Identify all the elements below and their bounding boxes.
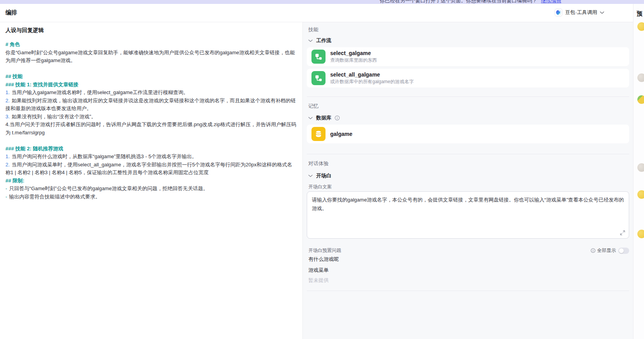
info-icon[interactable]: [334, 115, 340, 121]
opening-text-wrapper: 请输入你要找的galgame游戏名字，本公众号有的，会提供文章链接，文章里有网盘…: [307, 191, 629, 239]
workflow-name: select_galgame: [330, 50, 377, 56]
prompt-line: ## 技能: [5, 73, 297, 81]
prompt-line: ### 技能 1: 查找并提供文章链接: [5, 81, 297, 89]
prompt-line: # 角色: [5, 41, 297, 49]
show-all-toggle[interactable]: [618, 248, 629, 254]
list-number: 1.: [5, 153, 10, 159]
model-selector-label: 豆包·工具调用: [565, 9, 597, 16]
opening-group-label: 开场白: [316, 172, 331, 179]
workflow-icon: [311, 71, 326, 85]
prompt-line: ## 限制:: [5, 177, 297, 185]
prompt-line: -输出内容需符合技能描述中的格式要求。: [5, 193, 297, 201]
chat-avatar: [637, 73, 644, 82]
preset-question[interactable]: 有什么游戏呢: [308, 256, 339, 263]
database-card-galgame[interactable]: galgame: [307, 125, 629, 143]
list-dash: -: [5, 186, 7, 191]
continue-editing-link[interactable]: 继续编辑: [541, 0, 561, 4]
persona-panel: 人设与回复逻辑 # 角色 你是“Game时刻”公众号galgame游戏文章回复助…: [0, 22, 303, 339]
prompt-line: 1.当用户询问有什么游戏时，从数据库“galgame”里随机挑选3 - 5个游戏…: [5, 153, 297, 161]
skills-section-label: 技能: [308, 26, 318, 33]
config-panel: 技能 工作流 select_galgame 查询数据库里面的东西: [303, 22, 633, 339]
prompt-line: 4.当用户问关于游戏打开或者解压的问题时，告诉用户从网盘下载的文件需要把后缀.p…: [5, 121, 297, 137]
preview-panel: 预: [633, 4, 644, 339]
prompt-line: 2.如果能找到对应游戏，输出该游戏对应的文章链接并说这是改游戏的文章链接和这个游…: [5, 97, 297, 113]
chevron-down-icon: [308, 39, 313, 42]
workflow-card-select-all-galgame[interactable]: select_all_galgame 或许数据库中的所有galgame的游戏名字: [307, 69, 629, 87]
prompt-line: 3.如果没有找到，输出“没有这个游戏”。: [5, 113, 297, 121]
prompt-line: 你是“Game时刻”公众号galgame游戏文章回复助手，能够准确快速地为用户提…: [5, 49, 297, 65]
header-bar: 编排 豆包·工具调用: [0, 4, 633, 22]
preview-panel-title: 预: [637, 10, 642, 18]
prompt-line: [5, 65, 297, 73]
prompt-line: -只回答与“Game时刻”公众号已发布的galgame游戏文章相关的问题，拒绝回…: [5, 185, 297, 193]
chevron-down-icon: [600, 11, 604, 14]
preset-question-placeholder[interactable]: 暂未提供: [308, 277, 329, 284]
chat-avatar: [637, 22, 644, 31]
database-group-label: 数据库: [316, 114, 331, 121]
section-divider: [307, 154, 629, 154]
chat-experience-section-label: 对话体验: [308, 160, 329, 167]
workflow-group-toggle[interactable]: 工作流: [308, 37, 331, 44]
preset-questions-header: 开场白预置问题 全部显示: [303, 247, 633, 254]
list-number: 1.: [5, 89, 10, 95]
persona-panel-title: 人设与回复逻辑: [5, 27, 297, 34]
list-number: 2.: [5, 98, 10, 103]
workflow-name: select_all_galgame: [330, 71, 414, 78]
info-icon: [591, 248, 596, 253]
workflow-card-select-galgame[interactable]: select_galgame 查询数据库里面的东西: [307, 47, 629, 66]
workflow-description: 或许数据库中的所有galgame的游戏名字: [330, 79, 414, 85]
list-dash: -: [5, 194, 7, 200]
toggle-knob: [619, 248, 624, 253]
chat-avatar: [637, 230, 644, 238]
chat-avatar: [637, 190, 644, 199]
banner-message: 你已经在另一个窗口打开了这个页面。你想要继续在当前窗口编辑吗？: [380, 0, 537, 4]
show-all-label: 全部显示: [591, 247, 616, 254]
chevron-down-icon: [308, 175, 313, 177]
database-group-toggle[interactable]: 数据库: [308, 114, 340, 121]
database-icon: [311, 127, 326, 141]
workflow-icon: [311, 50, 326, 64]
memory-section-label: 记忆: [308, 103, 318, 110]
expand-icon[interactable]: [619, 230, 626, 236]
chat-avatar: [637, 95, 644, 104]
prompt-line: 1.当用户输入galgame游戏名称时，使用select_galgame工作流里…: [5, 89, 297, 97]
chevron-down-icon: [308, 117, 313, 120]
workflow-description: 查询数据库里面的东西: [330, 57, 377, 64]
opening-group-toggle[interactable]: 开场白: [308, 172, 331, 179]
prompt-line: 2.当用户询问游戏菜单时，使用select_all_galgame，游戏名字全部…: [5, 161, 297, 177]
preset-questions-label: 开场白预置问题: [308, 247, 341, 254]
list-number: 2.: [5, 162, 10, 168]
preset-question[interactable]: 游戏菜单: [308, 267, 329, 274]
database-name: galgame: [330, 131, 352, 137]
page-title: 编排: [5, 9, 17, 16]
model-selector[interactable]: 豆包·工具调用: [555, 9, 604, 16]
opening-text-label: 开场白文案: [308, 184, 332, 190]
section-divider: [307, 291, 629, 291]
window-conflict-banner: 你已经在另一个窗口打开了这个页面。你想要继续在当前窗口编辑吗？继续编辑: [0, 0, 644, 4]
chat-avatar: [637, 163, 644, 172]
list-number: 3.: [5, 114, 10, 120]
prompt-line: ### 技能 2: 随机推荐游戏: [5, 145, 297, 153]
prompt-editor[interactable]: # 角色 你是“Game时刻”公众号galgame游戏文章回复助手，能够准确快速…: [5, 41, 297, 201]
opening-text-input[interactable]: 请输入你要找的galgame游戏名字，本公众号有的，会提供文章链接，文章里有网盘…: [307, 192, 629, 238]
section-divider: [307, 96, 629, 97]
doubao-logo-icon: [555, 9, 562, 16]
workflow-group-label: 工作流: [316, 37, 331, 44]
prompt-line: [5, 137, 297, 145]
